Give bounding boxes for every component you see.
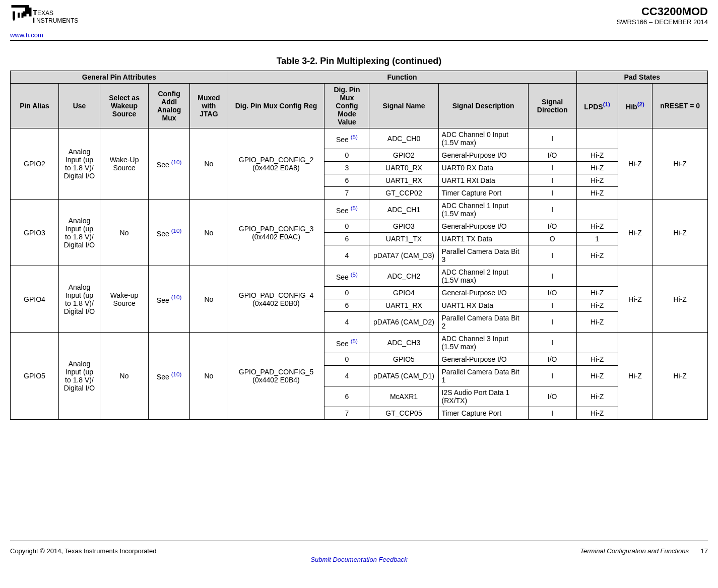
footnote-5-link[interactable]: (5)	[351, 273, 358, 281]
signal-desc-cell: Parallel Camera Data Bit 1	[438, 366, 528, 386]
col-pin-alias: Pin Alias	[11, 84, 59, 128]
use-cell: Analog Input (up to 1.8 V)/ Digital I/O	[58, 200, 100, 266]
signal-name-cell: GPIO5	[369, 353, 438, 366]
signal-desc-cell: ADC Channel 3 Input (1.5V max)	[438, 333, 528, 353]
signal-dir-cell: I	[528, 245, 576, 266]
signal-name-cell: UART1_RX	[369, 174, 438, 187]
jtag-cell: No	[190, 266, 228, 333]
lpds-footnote-link[interactable]: (1)	[603, 101, 610, 107]
signal-desc-cell: General-Purpose I/O	[438, 149, 528, 162]
site-url-link[interactable]: www.ti.com	[10, 31, 43, 39]
use-cell: Analog Input (up to 1.8 V)/ Digital I/O	[58, 266, 100, 333]
footer-rule	[10, 541, 708, 541]
footnote-10-link[interactable]: (10)	[171, 229, 182, 237]
mode-value-cell: 6	[324, 386, 369, 407]
footnote-5-link[interactable]: (5)	[351, 136, 358, 144]
table-row: GPIO3Analog Input (up to 1.8 V)/ Digital…	[11, 200, 708, 220]
signal-name-cell: ADC_CH3	[369, 333, 438, 353]
lpds-cell: Hi-Z	[576, 407, 618, 420]
hib-cell: Hi-Z	[618, 200, 652, 266]
col-mux-reg: Dig. Pin Mux Config Reg	[228, 84, 324, 128]
nreset-cell: Hi-Z	[652, 128, 708, 200]
col-lpds: LPDS(1)	[576, 84, 618, 128]
pin-alias-cell: GPIO5	[11, 333, 59, 420]
signal-name-cell: pDATA7 (CAM_D3)	[369, 245, 438, 266]
mode-value-cell: 0	[324, 353, 369, 366]
doc-revision: SWRS166 – DECEMBER 2014	[617, 18, 708, 26]
submit-feedback-link[interactable]: Submit Documentation Feedback	[310, 556, 407, 563]
signal-dir-cell: I	[528, 266, 576, 287]
nreset-cell: Hi-Z	[652, 266, 708, 333]
hib-cell: Hi-Z	[618, 128, 652, 200]
wakeup-cell: No	[100, 333, 149, 420]
lpds-cell: Hi-Z	[576, 299, 618, 312]
signal-desc-cell: Timer Capture Port	[438, 187, 528, 200]
svg-text:EXAS: EXAS	[37, 10, 53, 17]
signal-desc-cell: ADC Channel 0 Input (1.5V max)	[438, 128, 528, 149]
signal-dir-cell: I	[528, 312, 576, 333]
footnote-5-link[interactable]: (5)	[351, 340, 358, 348]
col-signal-dir: Signal Direction	[528, 84, 576, 128]
pin-alias-cell: GPIO3	[11, 200, 59, 266]
table-row: GPIO2Analog Input (up to 1.8 V)/ Digital…	[11, 128, 708, 149]
pin-alias-cell: GPIO2	[11, 128, 59, 200]
col-group-function: Function	[228, 71, 576, 84]
signal-desc-cell: Parallel Camera Data Bit 3	[438, 245, 528, 266]
mode-value-cell: See (5)	[324, 266, 369, 287]
footnote-10-link[interactable]: (10)	[171, 373, 182, 381]
hib-footnote-link[interactable]: (2)	[637, 101, 644, 107]
signal-desc-cell: Timer Capture Port	[438, 407, 528, 420]
signal-name-cell: GT_CCP05	[369, 407, 438, 420]
signal-desc-cell: Parallel Camera Data Bit 2	[438, 312, 528, 333]
table-caption: Table 3-2. Pin Multiplexing (continued)	[10, 56, 708, 67]
lpds-cell: Hi-Z	[576, 312, 618, 333]
signal-dir-cell: I/O	[528, 386, 576, 407]
page-header: T EXAS I NSTRUMENTS CC3200MOD SWRS166 – …	[10, 5, 708, 30]
mode-value-cell: 0	[324, 149, 369, 162]
footnote-10-link[interactable]: (10)	[171, 296, 182, 304]
footnote-10-link[interactable]: (10)	[171, 161, 182, 169]
footnote-5-link[interactable]: (5)	[351, 207, 358, 215]
signal-name-cell: pDATA5 (CAM_D1)	[369, 366, 438, 386]
signal-dir-cell: I/O	[528, 287, 576, 299]
nreset-cell: Hi-Z	[652, 200, 708, 266]
signal-dir-cell: I	[528, 174, 576, 187]
signal-name-cell: GT_CCP02	[369, 187, 438, 200]
page-footer: Copyright © 2014, Texas Instruments Inco…	[10, 545, 708, 556]
part-number: CC3200MOD	[617, 5, 708, 18]
pin-mux-table: General Pin Attributes Function Pad Stat…	[10, 71, 708, 420]
col-nreset: nRESET = 0	[652, 84, 708, 128]
signal-name-cell: ADC_CH1	[369, 200, 438, 220]
jtag-cell: No	[190, 200, 228, 266]
wakeup-cell: Wake-Up Source	[100, 128, 149, 200]
mode-value-cell: 4	[324, 312, 369, 333]
use-cell: Analog Input (up to 1.8 V)/ Digital I/O	[58, 333, 100, 420]
signal-desc-cell: General-Purpose I/O	[438, 220, 528, 233]
lpds-cell: Hi-Z	[576, 174, 618, 187]
mode-value-cell: 7	[324, 407, 369, 420]
signal-desc-cell: UART1 RX Data	[438, 299, 528, 312]
signal-name-cell: ADC_CH2	[369, 266, 438, 287]
hib-cell: Hi-Z	[618, 266, 652, 333]
section-title: Terminal Configuration and Functions	[580, 547, 689, 555]
analog-mux-cell: See (10)	[149, 200, 190, 266]
svg-rect-1	[22, 13, 24, 18]
mode-value-cell: 7	[324, 187, 369, 200]
lpds-cell: Hi-Z	[576, 149, 618, 162]
group-header-row: General Pin Attributes Function Pad Stat…	[11, 71, 708, 84]
signal-desc-cell: ADC Channel 2 Input (1.5V max)	[438, 266, 528, 287]
pin-alias-cell: GPIO4	[11, 266, 59, 333]
jtag-cell: No	[190, 128, 228, 200]
page-number: 17	[701, 547, 708, 555]
signal-dir-cell: I/O	[528, 149, 576, 162]
nreset-cell: Hi-Z	[652, 333, 708, 420]
analog-mux-cell: See (10)	[149, 128, 190, 200]
mode-value-cell: 4	[324, 245, 369, 266]
signal-dir-cell: I	[528, 187, 576, 200]
signal-name-cell: UART0_RX	[369, 162, 438, 174]
signal-dir-cell: I	[528, 333, 576, 353]
col-hib: Hib(2)	[618, 84, 652, 128]
mode-value-cell: See (5)	[324, 128, 369, 149]
mode-value-cell: See (5)	[324, 333, 369, 353]
signal-dir-cell: I	[528, 162, 576, 174]
